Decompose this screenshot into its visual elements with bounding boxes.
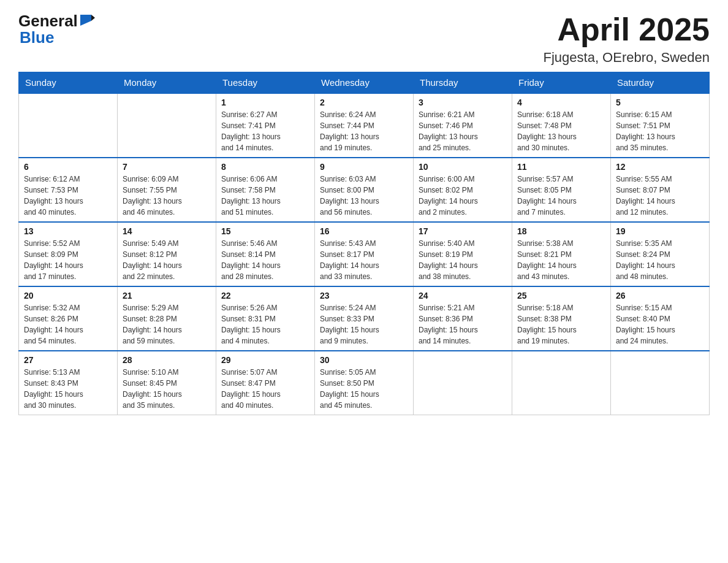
day-info: Sunrise: 5:26 AMSunset: 8:31 PMDaylight:… xyxy=(221,302,309,347)
weekday-header-wednesday: Wednesday xyxy=(315,72,414,94)
day-number: 8 xyxy=(221,162,309,172)
weekday-header-row: SundayMondayTuesdayWednesdayThursdayFrid… xyxy=(19,72,710,94)
svg-marker-1 xyxy=(91,15,95,21)
calendar-cell: 20Sunrise: 5:32 AMSunset: 8:26 PMDayligh… xyxy=(19,286,118,351)
day-number: 14 xyxy=(123,226,211,236)
logo-blue-text: Blue xyxy=(20,28,54,47)
day-info: Sunrise: 5:21 AMSunset: 8:36 PMDaylight:… xyxy=(419,302,507,347)
day-info: Sunrise: 5:07 AMSunset: 8:47 PMDaylight:… xyxy=(221,367,309,411)
day-number: 26 xyxy=(616,291,704,301)
day-info: Sunrise: 5:35 AMSunset: 8:24 PMDaylight:… xyxy=(616,238,704,282)
day-number: 4 xyxy=(517,98,605,107)
calendar-cell: 15Sunrise: 5:46 AMSunset: 8:14 PMDayligh… xyxy=(216,222,315,286)
day-info: Sunrise: 5:05 AMSunset: 8:50 PMDaylight:… xyxy=(320,367,408,411)
calendar-cell: 9Sunrise: 6:03 AMSunset: 8:00 PMDaylight… xyxy=(315,158,414,222)
day-number: 24 xyxy=(419,291,507,301)
week-row-1: 1Sunrise: 6:27 AMSunset: 7:41 PMDaylight… xyxy=(19,93,710,158)
day-number: 11 xyxy=(517,162,605,172)
day-info: Sunrise: 5:43 AMSunset: 8:17 PMDaylight:… xyxy=(320,238,408,282)
weekday-header-tuesday: Tuesday xyxy=(216,72,315,94)
day-info: Sunrise: 5:32 AMSunset: 8:26 PMDaylight:… xyxy=(24,302,112,347)
calendar-cell: 17Sunrise: 5:40 AMSunset: 8:19 PMDayligh… xyxy=(414,222,512,286)
calendar-cell: 1Sunrise: 6:27 AMSunset: 7:41 PMDaylight… xyxy=(216,93,315,158)
day-info: Sunrise: 6:24 AMSunset: 7:44 PMDaylight:… xyxy=(320,109,408,153)
day-number: 28 xyxy=(123,355,211,365)
day-info: Sunrise: 6:27 AMSunset: 7:41 PMDaylight:… xyxy=(221,109,309,153)
calendar-cell: 30Sunrise: 5:05 AMSunset: 8:50 PMDayligh… xyxy=(315,351,414,415)
day-info: Sunrise: 5:49 AMSunset: 8:12 PMDaylight:… xyxy=(123,238,211,282)
week-row-3: 13Sunrise: 5:52 AMSunset: 8:09 PMDayligh… xyxy=(19,222,710,286)
day-info: Sunrise: 5:24 AMSunset: 8:33 PMDaylight:… xyxy=(320,302,408,347)
day-number: 25 xyxy=(517,291,605,301)
day-number: 9 xyxy=(320,162,408,172)
day-info: Sunrise: 6:21 AMSunset: 7:46 PMDaylight:… xyxy=(419,109,507,153)
calendar-cell: 18Sunrise: 5:38 AMSunset: 8:21 PMDayligh… xyxy=(512,222,611,286)
day-number: 6 xyxy=(24,162,112,172)
day-number: 20 xyxy=(24,291,112,301)
weekday-header-saturday: Saturday xyxy=(611,72,710,94)
day-info: Sunrise: 6:03 AMSunset: 8:00 PMDaylight:… xyxy=(320,174,408,218)
title-block: April 2025 Fjugesta, OErebro, Sweden xyxy=(544,12,710,66)
calendar-cell: 10Sunrise: 6:00 AMSunset: 8:02 PMDayligh… xyxy=(414,158,512,222)
calendar-cell: 14Sunrise: 5:49 AMSunset: 8:12 PMDayligh… xyxy=(118,222,216,286)
calendar-cell: 26Sunrise: 5:15 AMSunset: 8:40 PMDayligh… xyxy=(611,286,710,351)
calendar-cell: 16Sunrise: 5:43 AMSunset: 8:17 PMDayligh… xyxy=(315,222,414,286)
day-number: 12 xyxy=(616,162,704,172)
day-info: Sunrise: 5:46 AMSunset: 8:14 PMDaylight:… xyxy=(221,238,309,282)
calendar-cell: 3Sunrise: 6:21 AMSunset: 7:46 PMDaylight… xyxy=(414,93,512,158)
calendar-cell: 5Sunrise: 6:15 AMSunset: 7:51 PMDaylight… xyxy=(611,93,710,158)
calendar-cell: 12Sunrise: 5:55 AMSunset: 8:07 PMDayligh… xyxy=(611,158,710,222)
calendar-cell: 24Sunrise: 5:21 AMSunset: 8:36 PMDayligh… xyxy=(414,286,512,351)
day-number: 10 xyxy=(419,162,507,172)
day-number: 5 xyxy=(616,98,704,107)
logo-general-text: General xyxy=(18,13,78,29)
calendar-cell: 22Sunrise: 5:26 AMSunset: 8:31 PMDayligh… xyxy=(216,286,315,351)
calendar-cell: 2Sunrise: 6:24 AMSunset: 7:44 PMDaylight… xyxy=(315,93,414,158)
day-info: Sunrise: 6:18 AMSunset: 7:48 PMDaylight:… xyxy=(517,109,605,153)
day-number: 3 xyxy=(419,98,507,107)
weekday-header-sunday: Sunday xyxy=(19,72,118,94)
day-info: Sunrise: 5:55 AMSunset: 8:07 PMDaylight:… xyxy=(616,174,704,218)
calendar-cell: 7Sunrise: 6:09 AMSunset: 7:55 PMDaylight… xyxy=(118,158,216,222)
day-number: 15 xyxy=(221,226,309,236)
calendar-cell: 25Sunrise: 5:18 AMSunset: 8:38 PMDayligh… xyxy=(512,286,611,351)
weekday-header-thursday: Thursday xyxy=(414,72,512,94)
calendar-cell: 6Sunrise: 6:12 AMSunset: 7:53 PMDaylight… xyxy=(19,158,118,222)
day-info: Sunrise: 5:52 AMSunset: 8:09 PMDaylight:… xyxy=(24,238,112,282)
logo-icon xyxy=(79,12,96,29)
day-info: Sunrise: 6:09 AMSunset: 7:55 PMDaylight:… xyxy=(123,174,211,218)
calendar-cell: 29Sunrise: 5:07 AMSunset: 8:47 PMDayligh… xyxy=(216,351,315,415)
calendar-cell xyxy=(19,93,118,158)
weekday-header-friday: Friday xyxy=(512,72,611,94)
day-info: Sunrise: 5:38 AMSunset: 8:21 PMDaylight:… xyxy=(517,238,605,282)
day-number: 18 xyxy=(517,226,605,236)
calendar-cell: 19Sunrise: 5:35 AMSunset: 8:24 PMDayligh… xyxy=(611,222,710,286)
week-row-4: 20Sunrise: 5:32 AMSunset: 8:26 PMDayligh… xyxy=(19,286,710,351)
day-info: Sunrise: 5:57 AMSunset: 8:05 PMDaylight:… xyxy=(517,174,605,218)
day-info: Sunrise: 5:40 AMSunset: 8:19 PMDaylight:… xyxy=(419,238,507,282)
day-info: Sunrise: 5:18 AMSunset: 8:38 PMDaylight:… xyxy=(517,302,605,347)
day-number: 22 xyxy=(221,291,309,301)
page-location: Fjugesta, OErebro, Sweden xyxy=(544,50,710,66)
day-number: 29 xyxy=(221,355,309,365)
day-info: Sunrise: 6:00 AMSunset: 8:02 PMDaylight:… xyxy=(419,174,507,218)
calendar-cell xyxy=(414,351,512,415)
page-title: April 2025 xyxy=(544,12,710,47)
day-number: 23 xyxy=(320,291,408,301)
day-number: 30 xyxy=(320,355,408,365)
calendar-cell xyxy=(611,351,710,415)
calendar-cell: 21Sunrise: 5:29 AMSunset: 8:28 PMDayligh… xyxy=(118,286,216,351)
day-number: 2 xyxy=(320,98,408,107)
day-number: 1 xyxy=(221,98,309,107)
calendar-cell: 23Sunrise: 5:24 AMSunset: 8:33 PMDayligh… xyxy=(315,286,414,351)
day-info: Sunrise: 5:15 AMSunset: 8:40 PMDaylight:… xyxy=(616,302,704,347)
weekday-header-monday: Monday xyxy=(118,72,216,94)
day-info: Sunrise: 5:10 AMSunset: 8:45 PMDaylight:… xyxy=(123,367,211,411)
day-number: 19 xyxy=(616,226,704,236)
calendar-cell: 4Sunrise: 6:18 AMSunset: 7:48 PMDaylight… xyxy=(512,93,611,158)
day-info: Sunrise: 5:29 AMSunset: 8:28 PMDaylight:… xyxy=(123,302,211,347)
day-number: 7 xyxy=(123,162,211,172)
svg-marker-0 xyxy=(80,15,91,26)
day-number: 13 xyxy=(24,226,112,236)
calendar-cell: 28Sunrise: 5:10 AMSunset: 8:45 PMDayligh… xyxy=(118,351,216,415)
